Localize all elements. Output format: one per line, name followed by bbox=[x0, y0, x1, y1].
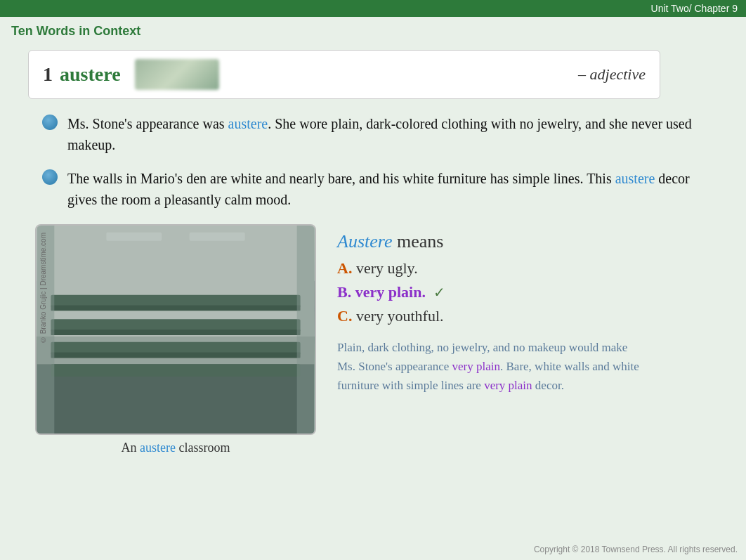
sentence-text-1: Ms. Stone's appearance was austere. She … bbox=[67, 113, 718, 155]
bullet-icon-1 bbox=[42, 115, 58, 130]
explanation-very-plain-1: very plain bbox=[452, 360, 500, 373]
main-content: 1 austere – adjective Ms. Stone's appear… bbox=[0, 43, 746, 462]
top-bar: Unit Two/ Chapter 9 bbox=[0, 0, 746, 17]
classroom-svg bbox=[37, 226, 315, 434]
photo-credit: © Branko Grujic | Dreamstime.com bbox=[39, 233, 47, 344]
sentence-text-2: The walls in Mario's den are white and n… bbox=[67, 168, 718, 210]
sentence-item-2: The walls in Mario's den are white and n… bbox=[42, 168, 718, 210]
sentences-section: Ms. Stone's appearance was austere. She … bbox=[42, 113, 718, 210]
svg-rect-15 bbox=[37, 226, 315, 434]
classroom-container: © Branko Grujic | Dreamstime.com bbox=[35, 224, 316, 455]
answer-letter-c: C. bbox=[337, 307, 352, 325]
definition-section: Austere means A. very ugly. B. very plai… bbox=[337, 224, 711, 396]
bullet-icon-2 bbox=[42, 169, 58, 185]
word-header: 1 austere – adjective bbox=[28, 50, 660, 99]
explanation: Plain, dark clothing, no jewelry, and no… bbox=[337, 338, 639, 396]
highlight-austere-2: austere bbox=[615, 171, 655, 186]
sentence-item-1: Ms. Stone's appearance was austere. She … bbox=[42, 113, 718, 155]
bottom-section: © Branko Grujic | Dreamstime.com bbox=[28, 224, 718, 455]
answer-text-b: very plain. bbox=[355, 283, 426, 301]
austere-italic: Austere bbox=[337, 231, 392, 252]
explanation-very-plain-2: very plain bbox=[484, 379, 532, 392]
answer-a[interactable]: A. very ugly. bbox=[337, 259, 711, 278]
section-label: Ten Words in Context bbox=[0, 17, 746, 43]
answer-text-c: very youthful. bbox=[356, 307, 444, 325]
classroom-image: © Branko Grujic | Dreamstime.com bbox=[35, 224, 316, 435]
answer-text-a: very ugly. bbox=[356, 259, 418, 277]
checkmark-icon: ✓ bbox=[433, 284, 445, 301]
answer-b[interactable]: B. very plain. ✓ bbox=[337, 283, 711, 301]
highlight-austere-1: austere bbox=[228, 116, 268, 131]
word-title: austere bbox=[60, 63, 121, 86]
word-part-of-speech: – adjective bbox=[578, 65, 646, 84]
caption-austere: austere bbox=[140, 441, 176, 455]
answer-c[interactable]: C. very youthful. bbox=[337, 307, 711, 325]
means-text: means bbox=[397, 231, 443, 252]
header-image-placeholder bbox=[135, 59, 219, 90]
answer-letter-a: A. bbox=[337, 259, 352, 277]
unit-chapter-label: Unit Two/ Chapter 9 bbox=[651, 3, 738, 14]
image-caption: An austere classroom bbox=[35, 441, 316, 455]
word-number: 1 bbox=[43, 63, 53, 86]
copyright: Copyright © 2018 Townsend Press. All rig… bbox=[534, 545, 738, 554]
austere-means: Austere means bbox=[337, 231, 711, 252]
answer-letter-b: B. bbox=[337, 283, 351, 301]
